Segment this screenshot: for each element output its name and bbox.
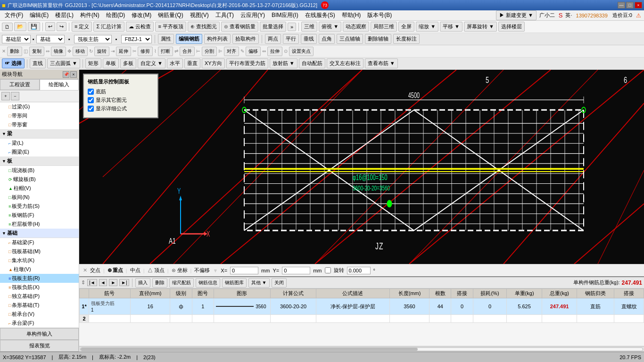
other-btn[interactable]: 其他 ▼ [248, 278, 270, 288]
show-formula-checkbox[interactable] [88, 106, 94, 112]
snap-intersection[interactable]: 交点 [90, 267, 100, 274]
rotate-checkbox[interactable] [325, 267, 331, 273]
view-reinf-btn[interactable]: 查看布筋 ▼ [365, 58, 398, 68]
define-btn[interactable]: ≡ 定义 [72, 22, 92, 32]
menu-bim[interactable]: BIM应用(I) [269, 10, 301, 20]
select-mode-btn[interactable]: ☞ 选择 [2, 58, 25, 68]
nav-prev-btn[interactable]: ◄ [99, 279, 107, 286]
edit-steel-btn[interactable]: 编辑钢筋 [176, 34, 202, 44]
new-btn[interactable]: 🗋 [2, 23, 13, 31]
3d-btn[interactable]: 三维 [301, 22, 317, 32]
menu-file[interactable]: 文件(F) [2, 10, 26, 20]
delete-row-btn[interactable]: 删除 [152, 278, 167, 288]
table-row[interactable]: 2 [80, 315, 644, 323]
elem-list-btn[interactable]: 构件列表 [204, 34, 231, 44]
menu-steel-qty[interactable]: 钢筋量(Q) [155, 10, 186, 20]
edit-btn[interactable]: 偏移 [246, 47, 261, 56]
insert-row-btn[interactable]: 插入 [135, 278, 150, 288]
snap-vertex[interactable]: △ 顶点 [148, 267, 165, 274]
tree-item-liang[interactable]: ⌐ 梁(L) [0, 139, 79, 148]
checkbox-dijin[interactable]: 底筋 [88, 88, 154, 95]
menu-modify[interactable]: 修改(M) [129, 10, 154, 20]
split-btn[interactable]: 分割 [202, 47, 217, 56]
tree-item-daixingjian[interactable]: □ 带形间 [0, 111, 79, 120]
arc-btn[interactable]: 三点圆弧 ▼ [47, 58, 80, 68]
point-angle-btn[interactable]: 点角 [319, 34, 335, 44]
code-select[interactable]: FBZJ-1 [121, 35, 152, 43]
align-btn[interactable]: ≡ 平齐板顶 [155, 22, 186, 32]
nav-last-btn[interactable]: ►| [119, 279, 129, 286]
tree-item-zhudun[interactable]: ▲ 柱墩(V) [0, 265, 79, 274]
canvas-area[interactable]: 钢筋显示控制面板 底筋 显示其它图元 显示详细公式 [79, 70, 644, 264]
tab-draw-input[interactable]: 绘图输入 [40, 79, 79, 90]
length-mark-btn[interactable]: 长度标注 [393, 34, 420, 44]
tree-item-guoliang[interactable]: □ 过梁(G) [0, 102, 79, 111]
zoom-btn[interactable]: 缩放 ▼ [416, 22, 438, 32]
h-scrollbar[interactable] [79, 346, 644, 352]
cross-mark-btn[interactable]: 交叉左右标注 [327, 58, 363, 68]
new-change-btn[interactable]: ▶ 新建变更 ▼ [496, 10, 537, 20]
menu-floor[interactable]: 楼层(L) [52, 10, 76, 20]
steel-info-btn[interactable]: 钢筋信息 [196, 278, 220, 288]
reinforce-type-select[interactable]: 筏板主筋 [74, 35, 112, 43]
tree-item-quanliang[interactable]: ⌐ 圈梁(E) [0, 148, 79, 156]
tree-item-banjian[interactable]: □ 板间(N) [0, 193, 79, 202]
menu-cloud[interactable]: 云应用(Y) [238, 10, 268, 20]
tree-item-jishuikeng[interactable]: □ 集水坑(K) [0, 256, 79, 265]
snap-center[interactable]: 中点 [130, 267, 140, 274]
category-ban[interactable]: ▼ 板 [0, 156, 79, 166]
view-steel-btn[interactable]: ⊙ 查看钢筋量 [221, 22, 258, 32]
nav-first-btn[interactable]: |◄ [87, 279, 97, 286]
tree-item-chengtailiang[interactable]: ⌐ 承台梁(F) [0, 319, 79, 328]
delete-btn[interactable]: 删除 [7, 47, 22, 56]
batch-sel-btn[interactable]: 批量选择 [260, 22, 286, 32]
report-preview-btn[interactable]: 报表预览 [0, 340, 79, 352]
more-btn[interactable]: » [288, 23, 296, 31]
sidebar-minus-btn[interactable]: − [11, 92, 19, 100]
radial-btn[interactable]: 放射筋 ▼ [270, 58, 297, 68]
extend-btn[interactable]: 延伸 [116, 47, 131, 56]
tree-item-daixingchuang[interactable]: □ 带形窗 [0, 120, 79, 129]
cloud-check-btn[interactable]: ☁ 云检查 [126, 22, 154, 32]
set-clip-btn[interactable]: 设置夹点 [289, 47, 314, 56]
horizontal-btn[interactable]: 水平 [167, 58, 183, 68]
tree-item-dulijijichu[interactable]: □ 独立基础(P) [0, 292, 79, 301]
sidebar-pin-btn[interactable]: 📌 [63, 71, 69, 78]
parallel-btn[interactable]: 平行 [283, 34, 299, 44]
local-3d-btn[interactable]: 局部三维 [371, 22, 397, 32]
floor-select[interactable]: 基础层 [2, 35, 31, 43]
tree-item-fabanfujin[interactable]: ≡ 筏板负筋(X) [0, 283, 79, 292]
checkbox-show-formula[interactable]: 显示详细公式 [88, 105, 154, 112]
align-op-btn[interactable]: 对齐 [224, 47, 239, 56]
close-button[interactable]: × [635, 2, 642, 8]
snap-midpoint[interactable]: ⊕ 重点 [107, 267, 123, 274]
bottom-table-container[interactable]: 筋号 直径(mm) 级别 图号 图形 计算公式 公式描述 长度(mm) 根数 搭… [79, 288, 644, 346]
parallel-reinf-btn[interactable]: 平行布置受力筋 [226, 58, 268, 68]
trim-btn[interactable]: 修剪 [138, 47, 153, 56]
rect-btn[interactable]: 矩形 [85, 58, 101, 68]
table-row[interactable]: 1* 筏板受力筋 1 16 ф 1 [80, 298, 644, 315]
tree-item-fabanzhulijin[interactable]: ≡ 筏板主筋(R) [0, 274, 79, 283]
tree-item-xianjiaob[interactable]: □ 现浇板(B) [0, 166, 79, 175]
copy-btn[interactable]: 复制 [29, 47, 44, 56]
close-panel-btn[interactable]: 关闭 [272, 278, 287, 288]
snap-coord[interactable]: ⊙ 坐标 [172, 267, 188, 274]
sidebar-close-btn[interactable]: × [70, 71, 77, 78]
move-btn[interactable]: 移动 [73, 47, 88, 56]
menu-version[interactable]: 版本号(B) [364, 10, 395, 20]
scale-reinf-btn[interactable]: 缩尺配筋 [169, 278, 194, 288]
summary-btn[interactable]: Σ 汇总计算 [93, 22, 124, 32]
menu-online[interactable]: 在线服务(S) [302, 10, 338, 20]
redo-btn[interactable]: ↪ [57, 22, 66, 31]
tree-item-landai[interactable]: ≡ 栏层板带(H) [0, 220, 79, 229]
property-btn[interactable]: 属性 [158, 34, 174, 44]
save-btn[interactable]: 💾 [28, 22, 40, 31]
mirror-btn[interactable]: 镜像 [51, 47, 66, 56]
show-elem-checkbox[interactable] [88, 97, 94, 103]
minimize-button[interactable]: — [618, 2, 625, 8]
undo-btn[interactable]: ↩ [45, 22, 55, 31]
top-view-btn[interactable]: 俯视 ▼ [319, 22, 341, 32]
tree-item-luoxuanb[interactable]: ⟳ 螺旋板(B) [0, 175, 79, 184]
screen-rotate-btn[interactable]: 屏幕旋转 ▼ [464, 22, 497, 32]
tree-item-zhuma[interactable]: ▲ 柱帽(V) [0, 184, 79, 193]
